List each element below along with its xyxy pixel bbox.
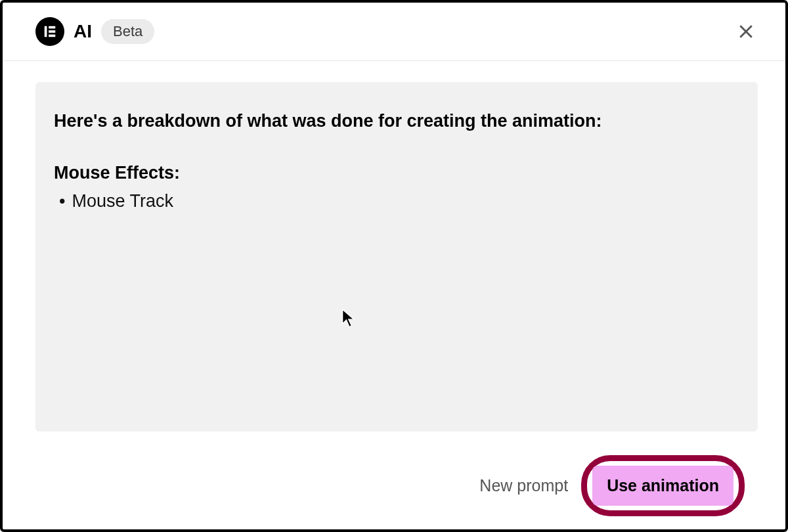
beta-badge: Beta [101, 19, 154, 44]
breakdown-heading: Here's a breakdown of what was done for … [54, 111, 739, 131]
svg-rect-3 [49, 35, 55, 37]
use-animation-button[interactable]: Use animation [592, 466, 733, 506]
bullet-icon: • [59, 188, 65, 214]
list-item-label: Mouse Track [72, 188, 173, 214]
section-heading: Mouse Effects: [54, 163, 739, 183]
svg-rect-2 [49, 30, 55, 33]
list-item: • Mouse Track [54, 188, 739, 214]
close-button[interactable] [732, 17, 760, 46]
dialog-body: Here's a breakdown of what was done for … [3, 61, 785, 529]
app-title: AI [74, 21, 92, 42]
svg-rect-0 [45, 26, 47, 37]
svg-rect-1 [49, 26, 55, 29]
ai-dialog: AI Beta Here's a breakdown of what was d… [0, 0, 788, 532]
breakdown-card: Here's a breakdown of what was done for … [35, 82, 758, 432]
new-prompt-button[interactable]: New prompt [473, 467, 575, 504]
close-icon [736, 22, 756, 41]
dialog-header: AI Beta [3, 3, 785, 61]
highlight-ring: Use animation [581, 455, 745, 516]
dialog-footer: New prompt Use animation [35, 432, 758, 529]
elementor-logo-icon [35, 17, 64, 46]
cursor-icon [341, 309, 358, 328]
